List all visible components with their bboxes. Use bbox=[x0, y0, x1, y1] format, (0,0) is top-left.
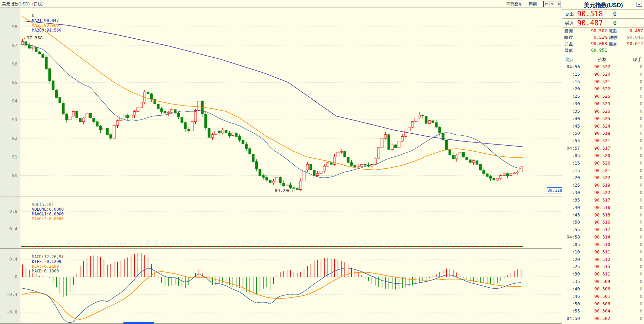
tick-time: :10 bbox=[564, 249, 580, 254]
last-label: 最新 bbox=[564, 28, 573, 34]
legend-ma200: MA200:91.560 bbox=[32, 28, 61, 33]
quote-row[interactable]: :4590.5240 bbox=[562, 123, 644, 131]
period-link[interactable]: 周期 bbox=[529, 1, 537, 7]
tick-volume: 0 bbox=[629, 220, 642, 225]
macd-tick: -0.4 bbox=[1, 292, 17, 297]
quote-row[interactable]: :1590.5200 bbox=[562, 72, 644, 79]
restore-window-icon[interactable] bbox=[637, 2, 642, 7]
price-tick: 95 bbox=[1, 80, 17, 85]
quote-row[interactable]: :2590.5190 bbox=[562, 183, 644, 190]
nav-forward-button[interactable]: ⇨ bbox=[549, 1, 555, 7]
quote-row[interactable]: :5090.5060 bbox=[562, 301, 644, 309]
quote-row[interactable]: :4590.5130 bbox=[562, 212, 644, 220]
tick-volume: 0 bbox=[629, 116, 642, 121]
quote-row[interactable]: :1090.5110 bbox=[562, 249, 644, 257]
quote-row[interactable]: :5590.5040 bbox=[562, 308, 644, 316]
quote-row[interactable]: :2090.5220 bbox=[562, 86, 644, 94]
legend-ma21: MA21:90.047 bbox=[32, 18, 59, 23]
quote-row[interactable]: :5090.5160 bbox=[562, 220, 644, 227]
quote-row[interactable]: :4090.5160 bbox=[562, 205, 644, 212]
quote-row[interactable]: :4090.5060 bbox=[562, 286, 644, 294]
tick-volume: 0 bbox=[629, 279, 642, 284]
quote-row[interactable]: :3590.5260 bbox=[562, 109, 644, 116]
chart-canvas[interactable] bbox=[0, 0, 562, 324]
tick-time: :15 bbox=[564, 72, 580, 77]
tick-volume: 0 bbox=[629, 212, 642, 217]
tick-time: :45 bbox=[564, 212, 580, 217]
macd-tick: 0 bbox=[1, 274, 17, 279]
tick-time: 04:56 bbox=[564, 64, 580, 69]
price-tick: 94 bbox=[1, 98, 17, 103]
quote-row[interactable]: :0590.5100 bbox=[562, 242, 644, 249]
price-tag-low: 89.128 bbox=[547, 187, 563, 193]
sell-volume: 0 bbox=[613, 11, 617, 17]
quote-row[interactable]: :3090.5110 bbox=[562, 271, 644, 279]
tick-volume: 0 bbox=[629, 257, 642, 262]
chart-area: 美元指数(USD)〈日线〉 商品叠加 周期 ⇦ ⇨ ⇥ K MA21:90.04… bbox=[0, 0, 562, 324]
tick-price: 90.520 bbox=[592, 153, 612, 158]
quote-row[interactable]: 04:5990.5020 bbox=[562, 316, 644, 323]
tick-price: 90.521 bbox=[592, 79, 612, 84]
quote-row[interactable]: :5590.5210 bbox=[562, 138, 644, 146]
quote-row[interactable]: :2590.5150 bbox=[562, 264, 644, 271]
chart-title: 美元指数(USD)〈日线〉 bbox=[2, 1, 46, 7]
sell-label: 卖出 bbox=[565, 11, 574, 17]
buy-price: 90.487 bbox=[577, 19, 603, 27]
tick-price: 90.506 bbox=[592, 301, 612, 306]
quote-row[interactable]: :0590.5200 bbox=[562, 153, 644, 160]
quote-row[interactable]: :4090.5250 bbox=[562, 116, 644, 123]
tick-price: 90.525 bbox=[592, 94, 612, 99]
tick-time: 04:58 bbox=[564, 234, 580, 240]
tick-time: :15 bbox=[564, 79, 580, 84]
quote-row[interactable]: :2590.5250 bbox=[562, 94, 644, 101]
quote-row[interactable]: :3090.5230 bbox=[562, 101, 644, 109]
tick-volume: 0 bbox=[629, 271, 642, 277]
tick-price: 90.518 bbox=[592, 131, 612, 136]
quote-row[interactable]: :5090.5180 bbox=[562, 131, 644, 138]
tick-price: 90.506 bbox=[592, 286, 612, 291]
quote-row[interactable]: :4590.5010 bbox=[562, 294, 644, 301]
quote-row[interactable]: :3590.5090 bbox=[562, 279, 644, 286]
quote-row[interactable]: 04:5790.5170 bbox=[562, 146, 644, 153]
tick-volume: 0 bbox=[629, 308, 642, 313]
tick-volume: 0 bbox=[629, 160, 642, 166]
tick-volume: 0 bbox=[629, 242, 642, 247]
hscrollbar-thumb[interactable] bbox=[123, 322, 154, 324]
tick-price: 90.511 bbox=[592, 271, 612, 277]
tick-price: 90.522 bbox=[592, 190, 612, 195]
quote-row[interactable]: :5590.5170 bbox=[562, 227, 644, 234]
quote-row[interactable]: :2090.5220 bbox=[562, 175, 644, 183]
overlay-link[interactable]: 商品叠加 bbox=[506, 1, 523, 7]
tick-volume: 0 bbox=[629, 175, 642, 180]
tick-time: :55 bbox=[564, 227, 580, 232]
nav-back-button[interactable]: ⇦ bbox=[543, 1, 549, 7]
quote-row[interactable]: :1590.5260 bbox=[562, 160, 644, 168]
sell-price: 90.518 bbox=[577, 10, 603, 18]
tick-volume: 0 bbox=[629, 72, 642, 77]
tick-volume: 0 bbox=[629, 249, 642, 254]
tick-time: :20 bbox=[564, 175, 580, 180]
high-value: 90.612 bbox=[617, 41, 643, 46]
quote-row[interactable]: 04:5890.5140 bbox=[562, 234, 644, 242]
sell-row[interactable]: 卖出 90.518 0 bbox=[562, 9, 644, 19]
tick-price: 90.521 bbox=[592, 168, 612, 173]
stats-row: 最新 90.502 涨跌 0.457 bbox=[562, 28, 644, 35]
tick-price: 90.526 bbox=[592, 160, 612, 166]
tick-price: 90.524 bbox=[592, 123, 612, 129]
tick-volume: 0 bbox=[629, 123, 642, 129]
legend-macd-name: MACD(12,26,9) bbox=[32, 254, 64, 259]
nav-dock-button[interactable]: ⇥ bbox=[555, 1, 561, 7]
tick-price: 90.502 bbox=[592, 316, 612, 321]
quote-panel-header: 美元指数(USD) bbox=[562, 0, 644, 10]
quote-row[interactable]: :3090.5220 bbox=[562, 190, 644, 197]
quote-row[interactable]: :1590.5210 bbox=[562, 168, 644, 175]
tick-price: 90.521 bbox=[592, 138, 612, 143]
quote-row[interactable]: :2090.5120 bbox=[562, 257, 644, 264]
tick-volume: 0 bbox=[629, 316, 642, 321]
tick-volume: 0 bbox=[629, 294, 642, 299]
quote-row[interactable]: :3590.5170 bbox=[562, 197, 644, 205]
buy-row[interactable]: 买入 90.487 0 bbox=[562, 19, 644, 28]
tick-price: 90.519 bbox=[592, 183, 612, 188]
quote-row[interactable]: 04:5690.5220 bbox=[562, 64, 644, 72]
quote-row[interactable]: :1590.5210 bbox=[562, 79, 644, 87]
